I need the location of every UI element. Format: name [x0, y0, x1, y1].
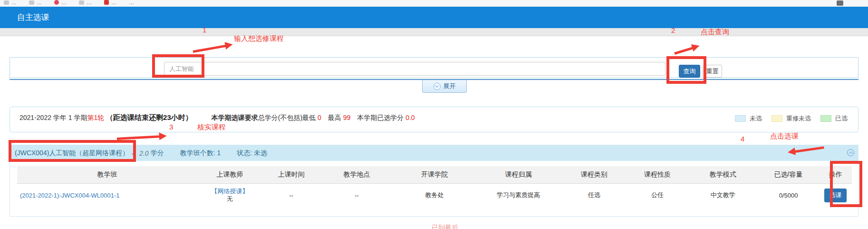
bookmark-item[interactable]: …	[79, 0, 92, 5]
semester-round: 第1轮	[87, 114, 104, 121]
step1-number: 1	[203, 26, 206, 34]
status-legend: 未选 重修未选 已选	[735, 114, 848, 123]
credit-requirement-rest: 总学分(不包括)最低	[258, 114, 316, 121]
expand-label: 展开	[444, 82, 456, 90]
col-header-mode: 教学模式	[688, 166, 758, 183]
class-nature: 公任	[627, 183, 688, 207]
course-credit-unit: 学分	[151, 149, 164, 158]
selection-countdown: （距选课结束还剩23小时）	[106, 113, 193, 121]
bookmark-item[interactable]: …	[129, 0, 134, 5]
course-dash: –	[132, 149, 135, 157]
course-search-input[interactable]	[164, 62, 665, 76]
class-name-link[interactable]: (2021-2022-1)-JWCX004-WL0001-1	[17, 192, 197, 199]
col-header-college: 开课学院	[394, 166, 475, 183]
teacher-name: 无	[197, 195, 263, 203]
folder-icon	[29, 0, 34, 5]
folder-icon	[4, 0, 9, 5]
bookmark-item[interactable]: …	[29, 0, 42, 5]
end-of-list-text: 已到最后	[432, 224, 458, 229]
col-header-action: 操作	[819, 166, 852, 183]
step3-number: 3	[169, 123, 173, 131]
red-badge-icon	[104, 0, 109, 5]
legend-label: 未选	[750, 114, 762, 123]
step4-text: 点击选课	[770, 132, 799, 141]
table-row: (2021-2022-1)-JWCX004-WL0001-1 【网络授课】 无 …	[17, 183, 852, 207]
bookmark-label: …	[87, 0, 92, 5]
bookmark-item[interactable]: …	[4, 0, 17, 5]
legend-label: 重修未选	[786, 114, 811, 123]
step2-arrow-icon	[674, 47, 693, 54]
course-title: (JWCX004)人工智能（超星网络课程）	[15, 149, 129, 158]
max-credit-value: 99	[343, 114, 351, 121]
class-category: 任选	[561, 183, 627, 207]
col-header-nature: 课程性质	[627, 166, 688, 183]
step1-text: 输入想选修课程	[234, 34, 284, 43]
page-title: 自主选课	[17, 7, 49, 28]
class-table: 教学班 上课教师 上课时间 教学地点 开课学院 课程归属 课程类别 课程性质 教…	[17, 166, 852, 207]
selected-credit-value: 0.0	[405, 114, 415, 121]
step4-number: 4	[741, 135, 744, 143]
teacher-tag-link[interactable]: 【网络授课】	[197, 188, 263, 195]
bookmark-label: …	[11, 0, 17, 5]
sub-header-strip	[0, 28, 868, 36]
class-mode: 中文教学	[688, 183, 758, 207]
col-header-category: 课程类别	[561, 166, 627, 183]
col-header-capacity: 已选/容量	[758, 166, 819, 183]
step1-arrow-icon	[193, 45, 226, 53]
bookmark-item[interactable]: …	[54, 0, 67, 5]
semester-info: 2021-2022 学年 1 学期第1轮 （距选课结束还剩23小时）本学期选课要…	[19, 113, 415, 122]
chevron-down-icon	[434, 83, 441, 90]
course-class-count: 教学班个数: 1	[180, 149, 221, 158]
semester-term: 2021-2022 学年 1 学期	[19, 114, 87, 121]
selected-credit-label: 本学期已选学分	[357, 114, 404, 121]
query-button[interactable]: 查询	[679, 65, 700, 78]
bookmark-label: …	[61, 0, 67, 5]
col-header-belong: 课程归属	[475, 166, 561, 183]
legend-swatch	[820, 115, 831, 122]
course-card: (JWCX004)人工智能（超星网络课程） – 2.0 学分 教学班个数: 1 …	[10, 145, 858, 217]
col-header-time: 上课时间	[262, 166, 320, 183]
expand-toggle[interactable]: 展开	[422, 80, 467, 93]
credit-requirement-bold: 本学期选课要求	[212, 114, 258, 121]
col-header-place: 教学地点	[320, 166, 394, 183]
page: … … … … … … 自主选课 查询 重置 展开 2021-2022 学年 1…	[0, 0, 868, 229]
bookmark-label: …	[111, 0, 116, 5]
col-header-class: 教学班	[17, 166, 197, 183]
legend-label: 已选	[835, 114, 848, 123]
legend-item-unselected: 未选	[735, 114, 762, 123]
course-header-bar[interactable]: (JWCX004)人工智能（超星网络课程） – 2.0 学分 教学班个数: 1 …	[10, 145, 858, 161]
class-capacity: 0/5000	[758, 183, 819, 207]
bookmark-label: …	[129, 0, 134, 5]
table-header-row: 教学班 上课教师 上课时间 教学地点 开课学院 课程归属 课程类别 课程性质 教…	[17, 166, 852, 183]
step2-number: 2	[671, 26, 675, 34]
course-credit-value: 2.0	[139, 149, 148, 157]
chevron-up-icon[interactable]	[847, 149, 854, 156]
bookmark-item[interactable]: …	[104, 0, 116, 5]
col-header-teacher: 上课教师	[197, 166, 263, 183]
reset-button[interactable]: 重置	[703, 65, 722, 78]
class-time: --	[262, 183, 320, 207]
folder-icon	[79, 0, 84, 5]
red-dot-icon	[54, 0, 59, 5]
class-place: --	[320, 183, 394, 207]
legend-swatch	[735, 115, 746, 122]
max-credit-label: 最高	[328, 114, 341, 121]
step3-arrow-icon	[117, 135, 160, 140]
select-course-button[interactable]: 选课	[824, 189, 847, 202]
semester-panel: 2021-2022 学年 1 学期第1轮 （距选课结束还剩23小时）本学期选课要…	[10, 107, 858, 132]
class-belong: 学习与素质提高	[475, 183, 561, 207]
app-header: 自主选课	[0, 7, 868, 28]
browser-panel-icon[interactable]	[837, 0, 843, 6]
course-status: 状态: 未选	[237, 149, 267, 158]
browser-bookmarks-bar: … … … … … …	[0, 0, 868, 7]
step3-text: 核实课程	[197, 123, 226, 132]
step2-text: 点击查询	[701, 28, 729, 37]
min-credit-value: 0	[318, 114, 321, 121]
legend-item-retake: 重修未选	[772, 114, 811, 123]
legend-swatch	[772, 115, 782, 122]
legend-item-selected: 已选	[820, 114, 848, 123]
class-college: 教务处	[394, 183, 475, 207]
bookmark-label: …	[37, 0, 42, 5]
